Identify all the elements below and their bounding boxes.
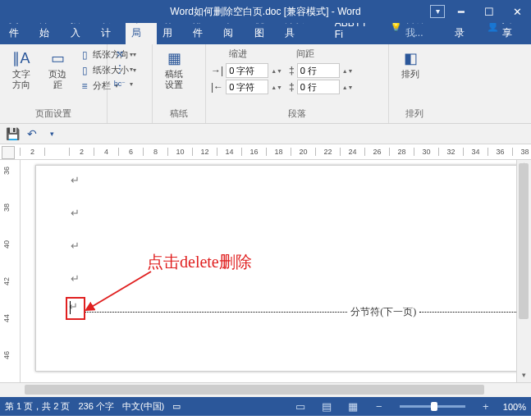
zoom-level[interactable]: 100% [503,402,526,412]
spacing-header: 间距 [296,48,314,60]
spacing-before-spinner[interactable]: ‡▲▼ [289,63,354,78]
grid-icon: ▦ [165,49,183,67]
ruler-tick: 34 [463,148,488,156]
text-direction-button[interactable]: ∥A 文字方向 [5,48,38,92]
margins-button[interactable]: ▭ 页边距 [41,48,74,92]
horizontal-scrollbar[interactable] [0,382,531,397]
orientation-icon: ▯ [79,49,90,61]
arrange-button[interactable]: ◧ 排列 [394,48,427,81]
grid-settings-label: 稿纸 设置 [165,69,183,90]
ruler-tick: 36 [2,167,11,175]
ruler-tick: 8 [143,148,167,156]
ruler-tick: 24 [340,148,364,156]
hyphenation-icon: bc⁻ [114,78,126,89]
section-break-label: 分节符(下一页) [347,305,419,319]
text-cursor [70,301,71,314]
ruler-tick: 36 [488,148,512,156]
titlebar: Word如何删除空白页.doc [兼容模式] - Word ▾ ━ ☐ ✕ [0,0,531,23]
spacing-after-spinner[interactable]: ‡▲▼ [289,80,354,94]
group-grid-label: 稿纸 [158,107,200,121]
group-paragraph-label: 段落 [211,107,383,121]
ruler-tick: 30 [414,148,438,156]
margins-label: 页边距 [44,69,71,90]
ruler-tick: 38 [2,203,11,212]
hscroll-thumb[interactable] [25,385,484,395]
ruler-tick: 26 [364,148,389,156]
ruler-tick: 6 [118,148,143,156]
zoom-out-button[interactable]: − [370,399,388,414]
word-count[interactable]: 236 个字 [78,400,113,413]
page[interactable]: ↵ ↵ ↵ ↵ ↵ 点击delete删除 分节符(下一页) [35,165,516,372]
print-layout-icon[interactable]: ▤ [318,399,336,414]
web-layout-icon[interactable]: ▦ [344,399,362,414]
line-numbers-button[interactable]: ⋮▾ [112,62,135,75]
arrange-label: 排列 [401,69,419,80]
indent-right-spinner[interactable]: |←▲▼ [211,80,282,94]
indent-right-input[interactable] [226,80,268,94]
indent-header: 缩进 [229,48,247,60]
arrange-icon: ◧ [401,49,419,67]
zoom-slider[interactable] [400,405,465,408]
paragraph-mark: ↵ [71,207,80,220]
vertical-ruler[interactable]: 363840424446 [0,160,21,382]
maximize-button[interactable]: ☐ [475,0,503,23]
breaks-icon: ⤲ [114,48,126,60]
text-direction-icon: ∥A [12,49,30,67]
grid-settings-button[interactable]: ▦ 稿纸 设置 [158,48,190,92]
margins-icon: ▭ [48,49,66,67]
indent-left-spinner[interactable]: →|▲▼ [211,63,282,78]
ruler-tick: 32 [438,148,463,156]
group-page-setup-label: 页面设置 [5,107,102,121]
read-mode-icon[interactable]: ▭ [291,399,309,414]
hyphenation-button[interactable]: bc⁻▾ [112,77,135,90]
vscroll-thumb[interactable] [519,163,529,319]
scroll-down-icon[interactable]: ▾ [517,371,531,382]
close-button[interactable]: ✕ [503,0,531,23]
spacing-before-icon: ‡ [289,65,295,76]
ribbon: ∥A 文字方向 ▭ 页边距 ▯纸张方向▾ ▯纸张大小▾ ≡分栏▾ 页面设置 ⤲▾… [0,44,531,124]
ribbon-options-icon[interactable]: ▾ [430,5,445,18]
indent-right-icon: |← [211,81,223,93]
save-button[interactable]: 💾 [5,126,20,141]
quick-access-toolbar: 💾 ↶ ▾ [0,124,531,144]
zoom-in-button[interactable]: + [477,399,495,414]
spacing-after-icon: ‡ [289,81,295,93]
ruler-tick: 46 [2,351,11,359]
language[interactable]: 中文(中国) [122,400,164,413]
indent-left-input[interactable] [226,63,268,78]
tab-selector[interactable] [2,146,15,159]
ruler-tick: 38 [512,148,531,156]
cursor-highlight-box [66,297,85,320]
annotation-text: 点击delete删除 [147,251,252,273]
svg-line-0 [90,272,151,308]
ruler-tick: 42 [2,277,11,285]
ruler-tick: 4 [94,148,118,156]
ruler-tick: 18 [266,148,291,156]
zoom-knob[interactable] [431,402,437,411]
group-arrange-label: 排列 [394,107,435,121]
indent-left-icon: →| [211,65,223,76]
ruler-tick: 10 [167,148,192,156]
ruler-tick: 12 [192,148,217,156]
ruler-tick [44,148,69,156]
line-numbers-icon: ⋮ [114,63,126,75]
page-count[interactable]: 第 1 页，共 2 页 [5,400,70,413]
ruler-tick: 2 [20,148,44,156]
minimize-button[interactable]: ━ [447,0,475,23]
undo-button[interactable]: ↶ [25,126,39,141]
ruler-tick: 2 [69,148,94,156]
breaks-button[interactable]: ⤲▾ [112,48,135,61]
macro-icon[interactable]: ▭ [172,401,181,412]
paragraph-mark: ↵ [71,240,80,253]
spacing-before-input[interactable] [297,63,340,78]
text-direction-label: 文字方向 [8,69,34,90]
horizontal-ruler[interactable]: 2246810121416182022242628303234363840 [0,144,531,160]
paragraph-mark: ↵ [71,174,80,187]
qat-customize-icon[interactable]: ▾ [44,126,59,141]
spacing-after-input[interactable] [297,80,340,94]
paragraph-mark: ↵ [71,272,80,285]
columns-icon: ≡ [79,80,90,92]
document-area[interactable]: ↵ ↵ ↵ ↵ ↵ 点击delete删除 分节符(下一页) [21,160,516,382]
ruler-tick: 40 [2,240,11,249]
vertical-scrollbar[interactable]: ▴ ▾ [516,160,531,382]
